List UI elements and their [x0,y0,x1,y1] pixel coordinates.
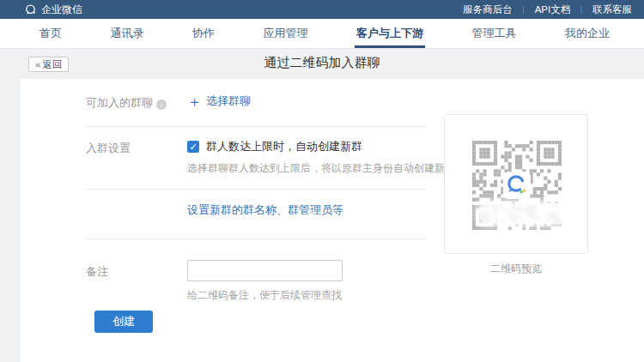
qr-watermark-blur [479,203,569,224]
top-bar: 企业微信 服务商后台 ｜ API文档 ｜ 联系客服 [0,0,644,19]
remark-helper-text: 给二维码备注，便于后续管理查找 [187,288,342,303]
remark-label: 备注 [86,264,108,280]
qr-preview-section: 二维码预览 [444,114,588,276]
plus-icon: ＋ [187,94,202,109]
tab-management-tools[interactable]: 管理工具 [472,19,517,48]
main-nav: 首页 通讯录 协作 应用管理 客户与上下游 管理工具 我的企业 [0,19,644,49]
join-settings-helper-text: 选择群聊群人数达到上限后，将以原群主身份自动创建新群 [187,161,455,176]
qr-preview-caption: 二维码预览 [444,262,588,276]
auto-create-group-checkbox-label[interactable]: 群人数达上限时，自动创建新群 [206,139,362,154]
divider [86,126,427,127]
content-card: 可加入的群聊i ＋ 选择群聊 入群设置 ✓ 群人数达上限时，自动创建新群 选择群… [21,79,644,362]
choose-group-chat-label: 选择群聊 [206,94,251,109]
page-title: 通过二维码加入群聊 [0,55,644,71]
wechat-work-bubble-icon [24,3,37,16]
tab-my-enterprise[interactable]: 我的企业 [565,19,610,48]
qr-preview-box [444,114,588,254]
info-icon[interactable]: i [156,100,167,110]
divider [86,189,427,190]
tab-contacts[interactable]: 通讯录 [111,19,144,48]
top-links: 服务商后台 ｜ API文档 ｜ 联系客服 [463,3,632,16]
enterprise-wechat-admin-page: 企业微信 服务商后台 ｜ API文档 ｜ 联系客服 首页 通讯录 协作 应用管理… [0,0,644,362]
tab-app-management[interactable]: 应用管理 [264,19,308,48]
joinable-groups-label: 可加入的群聊i [86,95,167,111]
join-settings-label: 入群设置 [86,141,131,156]
auto-create-group-option: ✓ 群人数达上限时，自动创建新群 [187,139,362,154]
top-link-api-docs[interactable]: API文档 [535,3,571,16]
wechat-work-logo [503,172,531,199]
tab-home[interactable]: 首页 [39,19,62,48]
separator: ｜ [577,3,586,15]
auto-create-group-checkbox[interactable]: ✓ [187,141,199,153]
choose-group-chat-link[interactable]: ＋ 选择群聊 [187,94,251,109]
create-button[interactable]: 创建 [94,311,153,333]
brand[interactable]: 企业微信 [24,3,82,17]
brand-label: 企业微信 [41,3,82,17]
top-link-contact-support[interactable]: 联系客服 [592,3,632,16]
new-group-settings-link[interactable]: 设置新群的群名称、群管理员等 [187,202,343,218]
separator: ｜ [519,3,528,15]
top-link-provider[interactable]: 服务商后台 [463,3,513,16]
page-header: «返回 通过二维码加入群聊 [0,49,644,79]
divider [86,238,427,239]
remark-input[interactable] [187,260,343,281]
tab-customers-upstream-downstream[interactable]: 客户与上下游 [356,19,423,48]
tab-collaboration[interactable]: 协作 [192,19,215,48]
